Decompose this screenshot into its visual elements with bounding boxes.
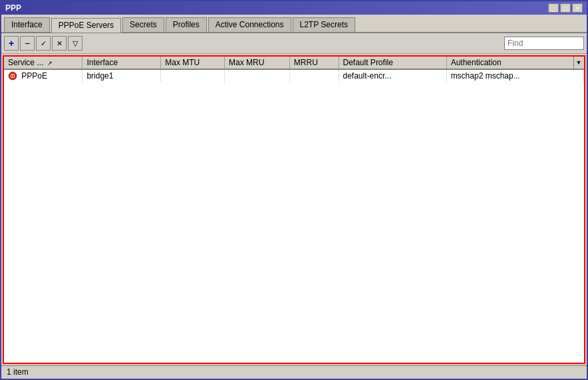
find-input[interactable]	[504, 37, 584, 50]
down-button[interactable]: ✕	[52, 36, 67, 51]
pppoe-icon	[8, 71, 17, 81]
col-interface-label: Interface	[86, 58, 118, 67]
col-default-profile-label: Default Profile	[343, 58, 393, 67]
title-bar: PPP _ □ ×	[1, 1, 587, 15]
col-max-mru-label: Max MRU	[229, 58, 264, 67]
minimize-button[interactable]: _	[548, 3, 559, 13]
col-authentication-label: Authentication	[451, 58, 502, 67]
cell-mrru	[289, 69, 339, 83]
col-service[interactable]: Service ... ↗	[4, 57, 82, 69]
filter-icon: ▽	[73, 39, 78, 48]
cell-max-mru	[225, 69, 290, 83]
content-area: Service ... ↗ Interface Max MTU Max MRU …	[3, 55, 585, 364]
tab-secrets[interactable]: Secrets	[122, 17, 164, 32]
table-header-row: Service ... ↗ Interface Max MTU Max MRU …	[4, 57, 584, 69]
col-authentication[interactable]: Authentication ▼	[446, 57, 583, 69]
table-row[interactable]: PPPoE bridge1 default-encr... mschap2 ms…	[4, 69, 584, 83]
remove-icon: −	[25, 38, 30, 49]
col-max-mtu-label: Max MTU	[165, 58, 200, 67]
cell-max-mtu	[161, 69, 225, 83]
tab-active-connections[interactable]: Active Connections	[208, 17, 291, 32]
col-mrru-label: MRRU	[294, 58, 318, 67]
toolbar: + − ✓ ✕ ▽	[1, 33, 587, 54]
down-icon: ✕	[57, 39, 63, 48]
col-sort-icon: ↗	[47, 60, 53, 67]
cell-authentication: mschap2 mschap...	[446, 69, 583, 83]
up-button[interactable]: ✓	[36, 36, 51, 51]
status-text: 1 item	[7, 367, 29, 377]
filter-button[interactable]: ▽	[68, 36, 82, 51]
tab-profiles[interactable]: Profiles	[166, 17, 207, 32]
remove-button[interactable]: −	[20, 36, 35, 51]
tabs-bar: Interface PPPoE Servers Secrets Profiles…	[1, 15, 587, 33]
add-icon: +	[9, 38, 14, 49]
col-mrru[interactable]: MRRU	[289, 57, 339, 69]
window-title: PPP	[5, 3, 21, 13]
col-service-label: Service ...	[8, 58, 43, 67]
tab-interface[interactable]: Interface	[4, 17, 50, 32]
add-button[interactable]: +	[4, 36, 19, 51]
cell-default-profile: default-encr...	[339, 69, 446, 83]
col-default-profile[interactable]: Default Profile	[339, 57, 446, 69]
col-interface[interactable]: Interface	[82, 57, 161, 69]
title-bar-buttons: _ □ ×	[548, 3, 583, 13]
col-max-mru[interactable]: Max MRU	[225, 57, 290, 69]
data-table: Service ... ↗ Interface Max MTU Max MRU …	[4, 57, 584, 83]
tab-l2tp-secrets[interactable]: L2TP Secrets	[293, 17, 355, 32]
main-window: PPP _ □ × Interface PPPoE Servers Secret…	[0, 0, 588, 380]
cell-service: PPPoE	[4, 69, 82, 83]
find-box	[504, 37, 584, 50]
up-icon: ✓	[41, 39, 47, 48]
tab-pppoe-servers[interactable]: PPPoE Servers	[51, 18, 121, 33]
close-button[interactable]: ×	[572, 3, 583, 13]
col-expand-button[interactable]: ▼	[573, 57, 584, 69]
maximize-button[interactable]: □	[560, 3, 571, 13]
col-max-mtu[interactable]: Max MTU	[161, 57, 225, 69]
svg-point-2	[12, 75, 13, 77]
cell-interface: bridge1	[82, 69, 161, 83]
status-bar: 1 item	[1, 365, 587, 379]
